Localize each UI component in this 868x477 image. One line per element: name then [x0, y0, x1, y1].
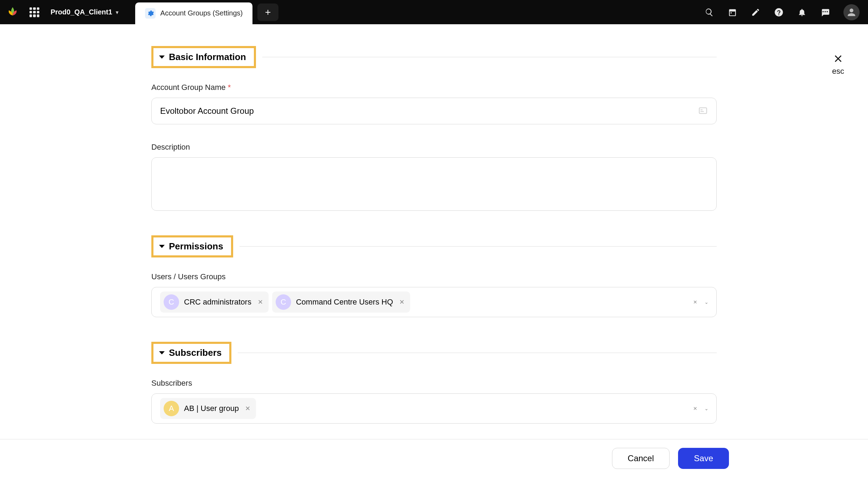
description-textarea-wrap [151, 157, 717, 211]
section-title: Subscribers [169, 347, 222, 358]
triangle-down-icon [159, 55, 165, 59]
svg-rect-2 [701, 111, 704, 112]
calendar-icon[interactable] [728, 7, 737, 17]
description-textarea[interactable] [160, 164, 708, 204]
cancel-button[interactable]: Cancel [612, 448, 670, 469]
divider [238, 353, 717, 353]
field-label-subscribers: Subscribers [151, 379, 717, 388]
esc-label: esc [832, 67, 844, 76]
chevron-down-icon[interactable]: ⌄ [704, 406, 709, 411]
field-label-users-groups: Users / Users Groups [151, 272, 717, 281]
remove-tag-icon[interactable]: ✕ [399, 298, 405, 306]
badge-icon: A [164, 401, 179, 416]
top-bar: Prod0_QA_Client1 ▾ Account Groups (Setti… [0, 0, 868, 24]
badge-icon: C [276, 294, 291, 310]
edit-icon[interactable] [751, 7, 761, 17]
section-subscribers-header-row: Subscribers [151, 342, 717, 364]
bell-icon[interactable] [797, 7, 807, 17]
multiselect-controls: ✕ ⌄ [693, 406, 709, 411]
remove-tag-icon[interactable]: ✕ [245, 405, 250, 412]
detail-card-icon[interactable] [698, 106, 708, 117]
badge-icon: C [164, 294, 179, 310]
apps-grid-icon[interactable] [29, 7, 39, 17]
chat-icon[interactable] [820, 7, 830, 17]
user-avatar[interactable] [843, 4, 860, 20]
section-header-permissions[interactable]: Permissions [151, 235, 233, 257]
chevron-down-icon[interactable]: ⌄ [704, 299, 709, 305]
section-basic-info-header-row: Basic Information [151, 46, 717, 68]
workspace-selector[interactable]: Prod0_QA_Client1 ▾ [51, 8, 118, 16]
header-actions [704, 4, 860, 20]
triangle-down-icon [159, 245, 165, 248]
svg-rect-0 [699, 107, 707, 113]
footer: Cancel Save [0, 439, 868, 477]
account-group-name-input[interactable] [160, 106, 708, 116]
remove-tag-icon[interactable]: ✕ [258, 298, 263, 306]
divider [239, 246, 717, 247]
svg-rect-1 [701, 109, 703, 110]
tag-crc-administrators: C CRC administrators ✕ [160, 292, 269, 313]
add-tab-button[interactable] [257, 4, 278, 21]
field-label-description: Description [151, 143, 717, 152]
multiselect-controls: ✕ ⌄ [693, 299, 709, 305]
tag-label: CRC administrators [184, 298, 251, 307]
workspace-name: Prod0_QA_Client1 [51, 8, 112, 16]
triangle-down-icon [159, 351, 165, 354]
tab-account-groups[interactable]: Account Groups (Settings) [135, 2, 253, 24]
help-icon[interactable] [774, 7, 784, 17]
clear-all-icon[interactable]: ✕ [693, 299, 697, 305]
tab-label: Account Groups (Settings) [160, 9, 243, 17]
users-groups-multiselect[interactable]: C CRC administrators ✕ C Command Centre … [151, 287, 717, 317]
subscribers-multiselect[interactable]: A AB | User group ✕ ✕ ⌄ [151, 393, 717, 424]
gear-icon [145, 8, 156, 19]
tag-label: AB | User group [184, 404, 239, 413]
section-permissions-header-row: Permissions [151, 235, 717, 257]
tag-command-centre-users: C Command Centre Users HQ ✕ [272, 292, 410, 313]
section-title: Permissions [169, 241, 223, 252]
tag-ab-user-group: A AB | User group ✕ [160, 398, 256, 419]
section-title: Basic Information [169, 52, 246, 63]
chevron-down-icon: ▾ [116, 9, 118, 15]
field-label-account-group-name: Account Group Name * [151, 83, 717, 92]
close-button[interactable]: esc [832, 53, 844, 76]
account-group-name-input-wrap [151, 98, 717, 124]
search-icon[interactable] [704, 7, 714, 17]
section-header-subscribers[interactable]: Subscribers [151, 342, 231, 364]
divider [262, 57, 717, 57]
clear-all-icon[interactable]: ✕ [693, 406, 697, 411]
tag-label: Command Centre Users HQ [296, 298, 393, 307]
section-header-basic-info[interactable]: Basic Information [151, 46, 256, 68]
save-button[interactable]: Save [678, 448, 729, 469]
form-area: Basic Information Account Group Name * D… [151, 24, 717, 424]
app-logo[interactable] [6, 6, 19, 19]
